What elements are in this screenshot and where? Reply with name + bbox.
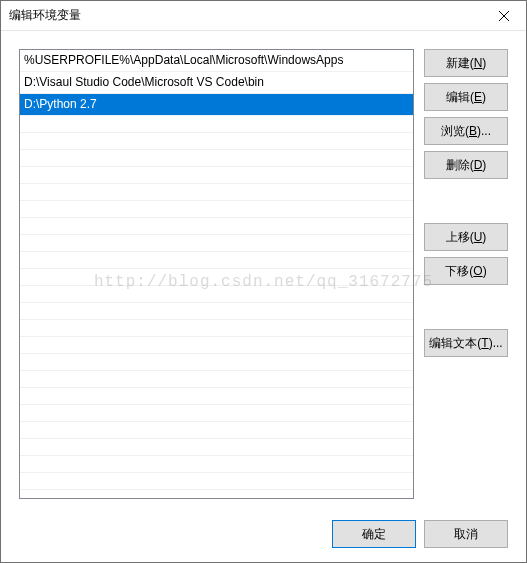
list-empty-row (20, 252, 413, 269)
list-empty-row (20, 218, 413, 235)
list-empty-row (20, 235, 413, 252)
edittext-button[interactable]: 编辑文本(T)... (424, 329, 508, 357)
list-empty-row (20, 456, 413, 473)
list-empty-row (20, 286, 413, 303)
list-empty-row (20, 320, 413, 337)
list-item[interactable]: D:\Python 2.7 (20, 94, 413, 116)
delete-button[interactable]: 删除(D) (424, 151, 508, 179)
list-empty-row (20, 405, 413, 422)
footer: 确定 取消 (1, 506, 526, 562)
movedown-button[interactable]: 下移(O) (424, 257, 508, 285)
list-empty-row (20, 167, 413, 184)
window-title: 编辑环境变量 (9, 7, 481, 24)
edit-button[interactable]: 编辑(E) (424, 83, 508, 111)
close-button[interactable] (481, 1, 526, 31)
button-column: 新建(N) 编辑(E) 浏览(B)... 删除(D) 上移(U) 下移(O) 编… (424, 49, 508, 499)
list-empty-row (20, 269, 413, 286)
list-empty-row (20, 303, 413, 320)
list-empty-row (20, 133, 413, 150)
cancel-button[interactable]: 取消 (424, 520, 508, 548)
ok-button[interactable]: 确定 (332, 520, 416, 548)
content-area: %USERPROFILE%\AppData\Local\Microsoft\Wi… (1, 31, 526, 499)
new-button[interactable]: 新建(N) (424, 49, 508, 77)
spacer (424, 185, 508, 217)
spacer (424, 291, 508, 323)
close-icon (499, 11, 509, 21)
list-empty-row (20, 354, 413, 371)
list-empty-row (20, 201, 413, 218)
list-empty-row (20, 184, 413, 201)
titlebar: 编辑环境变量 (1, 1, 526, 31)
list-empty-row (20, 439, 413, 456)
list-empty-row (20, 116, 413, 133)
list-empty-row (20, 422, 413, 439)
list-item[interactable]: D:\Visaul Studio Code\Microsoft VS Code\… (20, 72, 413, 94)
list-empty-row (20, 473, 413, 490)
list-empty-row (20, 337, 413, 354)
list-empty-row (20, 371, 413, 388)
path-listbox[interactable]: %USERPROFILE%\AppData\Local\Microsoft\Wi… (19, 49, 414, 499)
list-empty-row (20, 150, 413, 167)
browse-button[interactable]: 浏览(B)... (424, 117, 508, 145)
moveup-button[interactable]: 上移(U) (424, 223, 508, 251)
list-item[interactable]: %USERPROFILE%\AppData\Local\Microsoft\Wi… (20, 50, 413, 72)
list-empty-row (20, 388, 413, 405)
